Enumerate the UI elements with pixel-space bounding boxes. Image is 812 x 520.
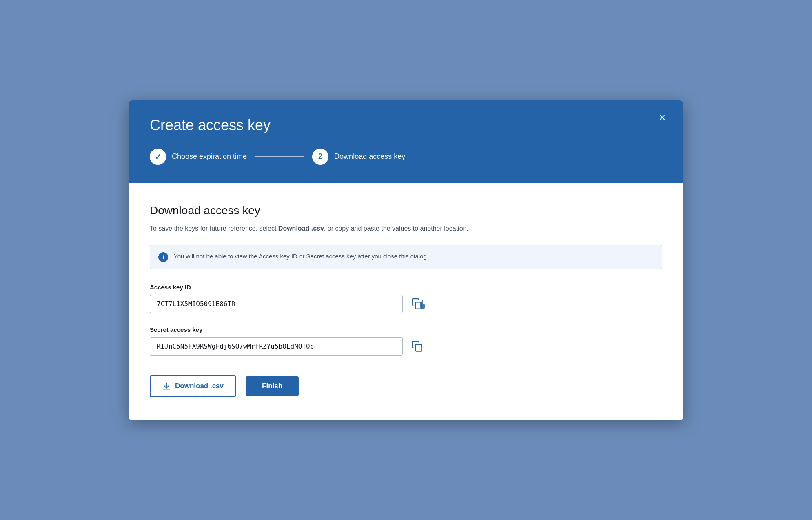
finish-button[interactable]: Finish xyxy=(246,376,299,396)
access-key-id-label: Access key ID xyxy=(150,284,662,291)
section-description: To save the keys for future reference, s… xyxy=(150,224,662,233)
dialog-body: Download access key To save the keys for… xyxy=(129,183,683,420)
step-2: 2 Download access key xyxy=(312,149,405,165)
step-connector xyxy=(255,156,304,157)
create-access-key-dialog: × Create access key ✓ Choose expiration … xyxy=(129,100,683,420)
secret-access-key-input[interactable] xyxy=(150,337,403,356)
step-1-label: Choose expiration time xyxy=(172,152,247,161)
download-icon xyxy=(162,382,171,391)
step-1: ✓ Choose expiration time xyxy=(150,149,247,165)
step-2-circle: 2 xyxy=(312,149,328,165)
info-banner-text: You will not be able to view the Access … xyxy=(174,252,428,261)
info-icon: i xyxy=(158,252,168,262)
stepper: ✓ Choose expiration time 2 Download acce… xyxy=(150,149,662,165)
step-2-number: 2 xyxy=(318,152,322,161)
access-key-id-group: Access key ID xyxy=(150,284,662,313)
secret-access-key-row xyxy=(150,337,662,356)
svg-rect-1 xyxy=(415,344,422,351)
copy-access-key-id-button[interactable] xyxy=(409,296,428,311)
dialog-title: Create access key xyxy=(150,117,662,134)
info-banner: i You will not be able to view the Acces… xyxy=(150,245,662,269)
dialog-header: × Create access key ✓ Choose expiration … xyxy=(129,100,683,183)
access-key-id-input[interactable] xyxy=(150,295,403,313)
section-title: Download access key xyxy=(150,204,662,217)
checkmark-icon: ✓ xyxy=(155,152,162,162)
access-key-id-row xyxy=(150,295,662,313)
actions: Download .csv Finish xyxy=(150,375,662,397)
download-csv-button[interactable]: Download .csv xyxy=(150,375,236,397)
step-1-circle: ✓ xyxy=(150,149,166,165)
secret-access-key-group: Secret access key xyxy=(150,326,662,356)
secret-access-key-label: Secret access key xyxy=(150,326,662,333)
close-button[interactable]: × xyxy=(656,110,669,125)
copy-secret-access-key-button[interactable] xyxy=(409,338,425,354)
step-2-label: Download access key xyxy=(334,152,405,161)
